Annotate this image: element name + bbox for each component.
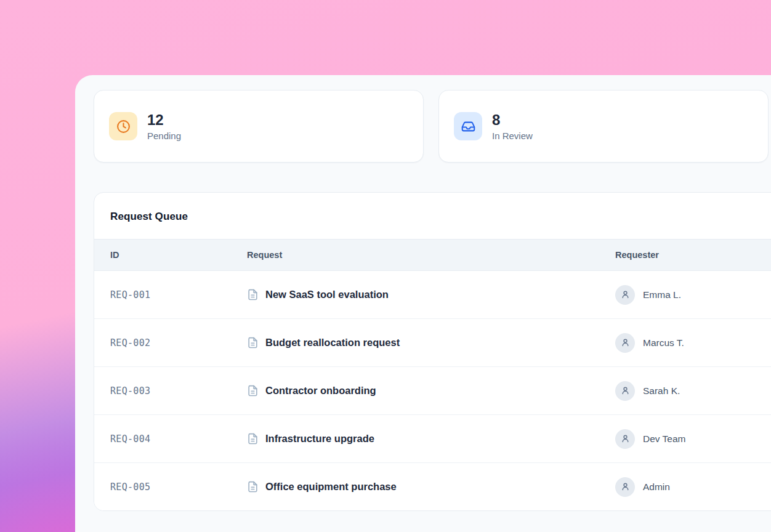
document-icon: [247, 289, 259, 300]
column-header-id: ID: [110, 250, 247, 260]
stat-text: 8 In Review: [492, 111, 533, 141]
pending-label: Pending: [147, 131, 181, 141]
table-row[interactable]: REQ-005 Office equipment purchase: [94, 463, 771, 510]
request-id: REQ-003: [110, 385, 247, 397]
request-title: Budget reallocation request: [265, 337, 400, 349]
request-cell: Budget reallocation request: [247, 337, 615, 349]
table-header-row: ID Request Requester: [94, 239, 771, 271]
inbox-icon: [454, 112, 482, 140]
request-title: New SaaS tool evaluation: [265, 289, 389, 300]
requester-cell: Marcus T.: [615, 333, 771, 353]
in-review-label: In Review: [492, 131, 533, 141]
requester-name: Marcus T.: [643, 337, 684, 349]
document-icon: [247, 385, 259, 397]
table-body: REQ-001 New SaaS tool evaluation: [94, 271, 771, 510]
request-cell: Contractor onboarding: [247, 385, 615, 397]
requester-name: Sarah K.: [643, 385, 680, 397]
clock-icon: [109, 112, 137, 140]
request-cell: Infrastructure upgrade: [247, 433, 615, 445]
in-review-count: 8: [492, 111, 533, 129]
pending-count: 12: [147, 111, 181, 129]
user-avatar-icon: [615, 333, 635, 353]
request-title: Infrastructure upgrade: [265, 433, 374, 445]
stat-card-pending: 12 Pending: [94, 90, 424, 163]
main-panel: 12 Pending 8 In Review Request Queue ID …: [75, 75, 771, 532]
requester-name: Emma L.: [643, 289, 681, 300]
stat-text: 12 Pending: [147, 111, 181, 141]
stat-card-in-review: 8 In Review: [438, 90, 769, 163]
request-title: Contractor onboarding: [265, 385, 376, 397]
request-title: Office equipment purchase: [265, 481, 397, 493]
request-cell: Office equipment purchase: [247, 481, 615, 493]
requester-name: Dev Team: [643, 433, 686, 445]
column-header-request: Request: [247, 250, 615, 260]
stats-row: 12 Pending 8 In Review: [94, 90, 771, 163]
request-cell: New SaaS tool evaluation: [247, 289, 615, 300]
user-avatar-icon: [615, 381, 635, 401]
document-icon: [247, 337, 259, 349]
request-id: REQ-005: [110, 482, 247, 493]
request-queue-card: Request Queue ID Request Requester REQ-0…: [94, 192, 771, 511]
request-id: REQ-001: [110, 289, 247, 300]
requester-cell: Sarah K.: [615, 381, 771, 401]
request-queue-title: Request Queue: [94, 193, 771, 239]
requester-cell: Emma L.: [615, 285, 771, 305]
table-row[interactable]: REQ-003 Contractor onboarding: [94, 367, 771, 415]
table-row[interactable]: REQ-001 New SaaS tool evaluation: [94, 271, 771, 319]
user-avatar-icon: [615, 477, 635, 497]
table-row[interactable]: REQ-002 Budget reallocation request: [94, 319, 771, 367]
document-icon: [247, 481, 259, 493]
table-row[interactable]: REQ-004 Infrastructure upgrade: [94, 415, 771, 463]
request-id: REQ-002: [110, 337, 247, 349]
user-avatar-icon: [615, 429, 635, 449]
requester-cell: Admin: [615, 477, 771, 497]
document-icon: [247, 433, 259, 445]
dashboard-screen: { "stat_cards": [ { "value": "12", "labe…: [0, 0, 771, 532]
request-id: REQ-004: [110, 433, 247, 445]
requester-cell: Dev Team: [615, 429, 771, 449]
requester-name: Admin: [643, 482, 670, 493]
column-header-requester: Requester: [615, 250, 771, 260]
user-avatar-icon: [615, 285, 635, 305]
